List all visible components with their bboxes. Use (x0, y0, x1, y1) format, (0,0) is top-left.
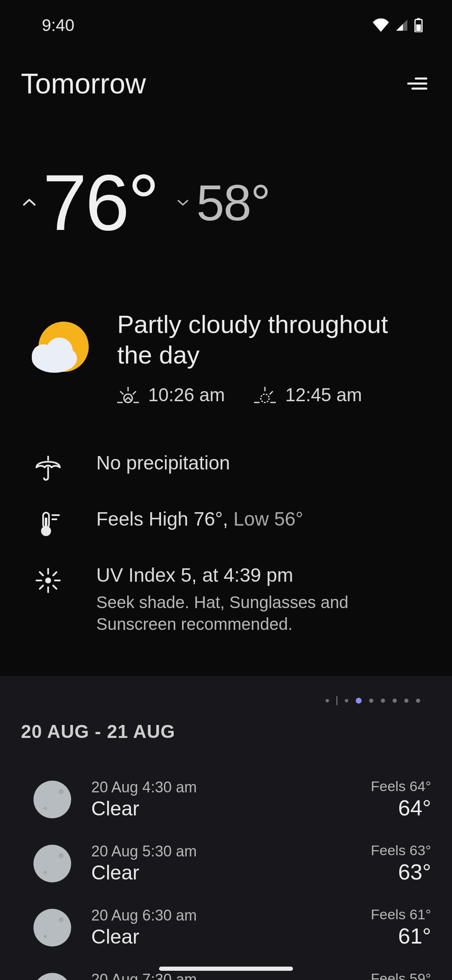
hourly-condition: Clear (91, 925, 351, 948)
summary: Partly cloudy throughout the day 10:26 a… (0, 267, 452, 418)
pager-dot (369, 699, 373, 703)
svg-rect-3 (415, 77, 427, 80)
uv-text: UV Index 5, at 4:39 pm Seek shade. Hat, … (96, 563, 427, 635)
hourly-feels: Feels 63° (371, 842, 431, 859)
low-temp-wrap: 58° (175, 178, 270, 228)
hourly-temp: 63° (371, 859, 431, 885)
uv-advice: Seek shade. Hat, Sunglasses and Sunscree… (96, 591, 427, 635)
svg-line-19 (270, 392, 272, 394)
hourly-list[interactable]: 20 Aug 4:30 amClearFeels 64°64°20 Aug 5:… (21, 767, 431, 980)
hourly-condition: Clear (91, 861, 351, 884)
hourly-temp: 61° (371, 923, 431, 949)
svg-line-33 (40, 572, 43, 575)
hourly-range: 20 AUG - 21 AUG (21, 721, 431, 742)
pager-dot (404, 699, 408, 703)
sunset-time: 12:45 am (285, 384, 362, 405)
precipitation-text: No precipitation (96, 451, 427, 476)
high-low: 76° 58° (0, 116, 452, 267)
pager-dot (381, 699, 385, 703)
sunrise-time: 10:26 am (148, 384, 225, 405)
hourly-row[interactable]: 20 Aug 6:30 amClearFeels 61°61° (21, 895, 431, 959)
feels-like-text: Feels High 76°, Low 56° (96, 507, 427, 532)
sunset: 12:45 am (254, 384, 362, 405)
chevron-up-icon (21, 198, 38, 207)
svg-rect-2 (416, 24, 421, 31)
hourly-right: Feels 59°59° (371, 970, 431, 980)
uv-icon (25, 563, 71, 596)
svg-line-35 (53, 572, 56, 575)
pager-dot (326, 699, 329, 702)
sun-times: 10:26 am 12:45 am (117, 384, 427, 405)
hourly-feels: Feels 59° (371, 970, 431, 980)
pager-dot (393, 699, 397, 703)
moon-icon (33, 909, 71, 946)
hourly-time: 20 Aug 6:30 am (91, 907, 351, 924)
hourly-right: Feels 64°64° (371, 778, 431, 820)
sunrise-icon (117, 386, 139, 404)
condition-description: Partly cloudy throughout the day (117, 309, 427, 370)
hourly-mid: 20 Aug 7:30 amClear (91, 971, 351, 980)
hourly-time: 20 Aug 4:30 am (91, 779, 351, 796)
chevron-down-icon (175, 199, 191, 207)
menu-button[interactable] (402, 69, 431, 98)
precipitation-row: No precipitation (25, 439, 427, 495)
pager-separator (336, 696, 337, 705)
sunrise: 10:26 am (117, 384, 225, 405)
wifi-icon (372, 18, 389, 32)
pager-dot (345, 699, 348, 702)
hourly-right: Feels 63°63° (371, 842, 431, 885)
svg-line-12 (121, 392, 123, 394)
status-icons (372, 18, 423, 32)
feels-like-row: Feels High 76°, Low 56° (25, 495, 427, 551)
hourly-row[interactable]: 20 Aug 4:30 amClearFeels 64°64° (21, 767, 431, 831)
feels-high: Feels High 76°, (96, 508, 228, 530)
uv-index-line: UV Index 5, at 4:39 pm (96, 563, 427, 588)
sunset-icon (254, 386, 276, 404)
low-temp: 58° (196, 178, 270, 228)
uv-row: UV Index 5, at 4:39 pm Seek shade. Hat, … (25, 551, 427, 647)
umbrella-icon (25, 451, 71, 483)
svg-line-34 (53, 585, 56, 589)
partly-cloudy-icon (25, 309, 96, 380)
home-indicator[interactable] (159, 967, 293, 971)
svg-line-18 (257, 392, 260, 394)
svg-point-9 (46, 338, 73, 364)
pager-dot (416, 699, 420, 703)
hourly-time: 20 Aug 5:30 am (91, 843, 351, 860)
high-temp-wrap: 76° (21, 162, 158, 242)
battery-icon (414, 18, 423, 32)
status-time: 9:40 (42, 16, 74, 35)
hourly-mid: 20 Aug 5:30 amClear (91, 843, 351, 884)
high-temp: 76° (43, 162, 158, 242)
svg-rect-4 (407, 83, 427, 85)
svg-line-36 (40, 585, 43, 589)
hourly-mid: 20 Aug 6:30 amClear (91, 907, 351, 948)
status-bar: 9:40 (0, 0, 452, 50)
details: No precipitation Feels High 76°, Low 56° (0, 418, 452, 676)
pager-dots[interactable] (21, 693, 431, 717)
svg-point-16 (261, 394, 269, 402)
thermometer-icon (25, 507, 71, 539)
feels-low: Low 56° (228, 508, 303, 530)
hourly-condition: Clear (91, 797, 351, 820)
page-title: Tomorrow (21, 67, 146, 100)
moon-icon (33, 973, 71, 980)
pager-dot-active (356, 698, 362, 704)
moon-icon (33, 781, 71, 818)
cellular-icon (394, 18, 409, 32)
summary-text: Partly cloudy throughout the day 10:26 a… (117, 309, 427, 405)
hourly-time: 20 Aug 7:30 am (91, 971, 351, 980)
svg-rect-5 (411, 88, 427, 90)
svg-line-13 (133, 392, 136, 394)
moon-icon (33, 845, 71, 882)
hourly-mid: 20 Aug 4:30 amClear (91, 779, 351, 820)
hourly-feels: Feels 64° (371, 778, 431, 794)
menu-icon (406, 75, 427, 92)
hourly-row[interactable]: 20 Aug 5:30 amClearFeels 63°63° (21, 831, 431, 895)
svg-point-28 (45, 578, 51, 583)
svg-rect-25 (45, 518, 47, 529)
hourly-right: Feels 61°61° (371, 906, 431, 949)
hourly-temp: 64° (371, 795, 431, 820)
hourly-panel[interactable]: 20 AUG - 21 AUG 20 Aug 4:30 amClearFeels… (0, 676, 452, 980)
header: Tomorrow (0, 50, 452, 116)
